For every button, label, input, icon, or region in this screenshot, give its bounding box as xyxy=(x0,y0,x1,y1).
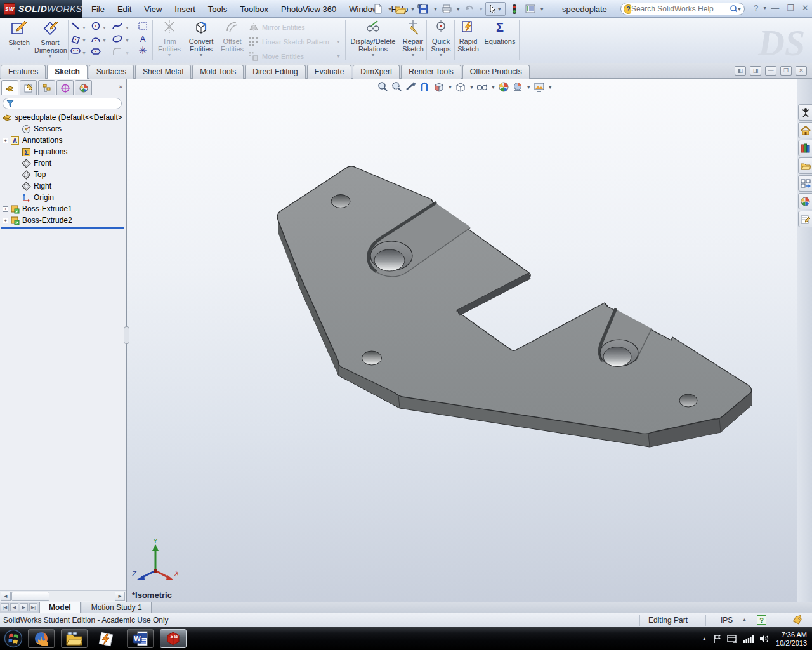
tree-item-boss-extrude1[interactable]: + Boss-Extrude1 xyxy=(0,203,126,215)
restore-button[interactable]: ❐ xyxy=(783,3,798,13)
search-icon[interactable] xyxy=(730,4,737,13)
next-tab-button[interactable]: ▶ xyxy=(20,603,28,611)
zoom-area-icon[interactable] xyxy=(391,81,403,93)
sketch-fillet-tool[interactable] xyxy=(112,47,123,57)
view-settings-dropdown[interactable]: ▼ xyxy=(548,85,553,90)
appearances-tab[interactable] xyxy=(798,193,812,209)
new-document-dropdown[interactable]: ▼ xyxy=(388,7,392,11)
tab-mold-tools[interactable]: Mold Tools xyxy=(192,65,244,79)
undo-icon[interactable] xyxy=(462,2,476,16)
small-hole-bottom-right[interactable] xyxy=(679,394,697,407)
tree-item-right-plane[interactable]: Right xyxy=(0,180,126,192)
prev-tab-button[interactable]: ◀ xyxy=(10,603,18,611)
search-dropdown[interactable]: ▼ xyxy=(737,7,742,11)
view-orientation-dropdown[interactable]: ▼ xyxy=(448,85,452,90)
move-entities-button[interactable]: Move Entities xyxy=(249,51,304,61)
save-dropdown[interactable]: ▼ xyxy=(433,7,438,11)
panel-splitter-handle[interactable] xyxy=(124,326,129,344)
tab-surfaces[interactable]: Surfaces xyxy=(89,65,134,79)
convert-entities-button[interactable]: Convert Entities ▼ xyxy=(185,20,217,57)
select-tool[interactable]: ▼ xyxy=(485,2,506,16)
menu-view[interactable]: View xyxy=(138,2,168,17)
small-hole-bottom-left[interactable] xyxy=(362,351,382,365)
spline-dropdown[interactable]: ▼ xyxy=(125,25,129,30)
repair-sketch-button[interactable]: Repair Sketch ▼ xyxy=(400,20,426,57)
tab-features[interactable]: Features xyxy=(1,65,46,79)
units-selector[interactable]: IPS xyxy=(721,616,733,625)
point-tool[interactable]: ✳ xyxy=(137,46,148,56)
tray-expand-icon[interactable]: ▲ xyxy=(702,636,707,642)
mirror-entities-button[interactable]: Mirror Entities xyxy=(249,22,305,32)
graphics-viewport[interactable]: ▼ ▼ ▼ ▼ ▼ Y X Z *Isometric xyxy=(127,79,797,602)
slot-tool[interactable] xyxy=(70,47,81,57)
repair-sketch-dropdown[interactable]: ▼ xyxy=(400,53,426,57)
start-button[interactable] xyxy=(3,628,24,649)
rapid-sketch-button[interactable]: Rapid Sketch xyxy=(455,20,481,53)
tree-item-part[interactable]: speedoplate (Default<<Default> xyxy=(0,112,126,123)
circle-dropdown[interactable]: ▼ xyxy=(102,25,107,30)
quick-tips-icon[interactable]: ? xyxy=(757,615,766,625)
tree-item-origin[interactable]: Origin xyxy=(0,192,126,203)
hide-show-dropdown[interactable]: ▼ xyxy=(491,85,495,90)
view-palette-tab[interactable] xyxy=(798,175,812,192)
tree-item-equations[interactable]: Σ Equations xyxy=(0,146,126,157)
line-dropdown[interactable]: ▼ xyxy=(82,25,86,30)
sketch-button[interactable]: Sketch ▼ xyxy=(5,20,33,51)
solidworks-resources-tab[interactable] xyxy=(798,104,812,121)
motion-study-tab[interactable]: Motion Study 1 xyxy=(82,602,152,613)
linear-sketch-pattern-button[interactable]: Linear Sketch Pattern xyxy=(249,37,329,46)
part-speedoplate[interactable] xyxy=(127,79,797,602)
hide-show-items-icon[interactable] xyxy=(476,81,488,93)
menu-file[interactable]: File xyxy=(85,2,111,17)
help-button[interactable]: ? xyxy=(750,3,762,13)
sketch-dropdown[interactable]: ▼ xyxy=(5,46,33,51)
linear-pattern-dropdown[interactable]: ▼ xyxy=(336,39,341,44)
line-tool[interactable] xyxy=(70,22,81,32)
ellipse-tool[interactable] xyxy=(112,34,123,44)
undo-dropdown[interactable]: ▼ xyxy=(479,7,483,11)
view-orientation-icon[interactable] xyxy=(433,81,445,93)
scroll-left-arrow[interactable]: ◄ xyxy=(1,592,11,601)
tree-item-boss-extrude2[interactable]: + Boss-Extrude2 xyxy=(0,215,126,226)
file-explorer-tab[interactable] xyxy=(798,157,812,174)
convert-dropdown[interactable]: ▼ xyxy=(185,53,217,57)
display-style-dropdown[interactable]: ▼ xyxy=(469,85,474,90)
help-dropdown[interactable]: ▼ xyxy=(763,6,767,10)
first-tab-button[interactable]: |◀ xyxy=(1,603,9,611)
last-tab-button[interactable]: ▶| xyxy=(29,603,37,611)
volume-icon[interactable] xyxy=(759,634,770,644)
custom-properties-tab[interactable] xyxy=(798,211,812,227)
menu-edit[interactable]: Edit xyxy=(111,2,138,17)
action-center-flag-icon[interactable] xyxy=(712,634,721,644)
options-icon[interactable] xyxy=(523,2,537,16)
apply-scene-icon[interactable] xyxy=(512,81,523,93)
tab-dimxpert[interactable]: DimXpert xyxy=(353,65,400,79)
displaymanager-tab[interactable] xyxy=(75,80,92,95)
open-icon[interactable] xyxy=(394,2,408,16)
panel-scrollbar[interactable]: ◄ ► xyxy=(0,590,126,601)
equations-button[interactable]: Σ Equations xyxy=(483,20,516,45)
taskbar-solidworks[interactable]: SW xyxy=(160,629,187,648)
quick-snaps-dropdown[interactable]: ▼ xyxy=(428,53,454,57)
design-library-tab[interactable] xyxy=(798,140,812,156)
menu-tools[interactable]: Tools xyxy=(202,2,233,17)
trim-entities-button[interactable]: Trim Entities ▼ xyxy=(155,20,184,57)
text-tool[interactable]: A xyxy=(137,34,148,44)
display-style-icon[interactable] xyxy=(455,81,466,93)
previous-view-icon[interactable] xyxy=(405,81,417,93)
taskbar-clock[interactable]: 7:36 AM 10/2/2013 xyxy=(776,630,807,647)
zoom-fit-icon[interactable] xyxy=(377,81,389,93)
tags-icon[interactable] xyxy=(792,615,803,625)
pane-left-icon[interactable]: ◧ xyxy=(735,66,746,76)
doc-close-icon[interactable]: ✕ xyxy=(796,66,807,76)
view-settings-icon[interactable] xyxy=(534,81,545,93)
tab-sheet-metal[interactable]: Sheet Metal xyxy=(135,65,191,79)
expand-boss-extrude2[interactable]: + xyxy=(3,218,8,223)
tree-item-sensors[interactable]: Sensors xyxy=(0,123,126,135)
sketch-picture-tool[interactable] xyxy=(137,22,148,32)
home-tab[interactable] xyxy=(798,122,812,138)
configurationmanager-tab[interactable] xyxy=(38,80,55,95)
minimize-button[interactable]: — xyxy=(767,3,783,13)
polygon-tool[interactable] xyxy=(90,47,102,57)
offset-entities-button[interactable]: Offset Entities xyxy=(218,20,246,53)
